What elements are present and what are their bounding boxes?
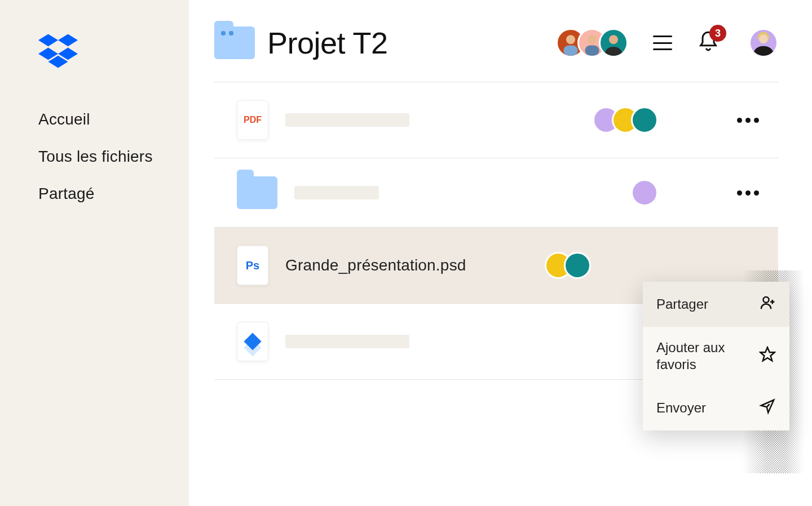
svg-point-10 — [759, 34, 768, 43]
paper-file-icon — [237, 322, 268, 361]
photoshop-file-icon: Ps — [237, 246, 268, 285]
svg-point-9 — [609, 35, 618, 44]
person-add-icon — [759, 294, 776, 314]
row-collaborators[interactable] — [593, 106, 658, 134]
svg-marker-1 — [58, 34, 78, 46]
sidebar: Accueil Tous les fichiers Partagé — [0, 0, 189, 506]
avatar[interactable] — [631, 106, 658, 134]
folder-icon — [237, 176, 277, 209]
menu-send[interactable]: Envoyer — [643, 385, 789, 430]
profile-avatar[interactable] — [749, 28, 778, 57]
collaborator-avatars[interactable] — [556, 28, 628, 57]
svg-marker-0 — [38, 34, 58, 46]
menu-label: Ajouter aux favoris — [656, 339, 750, 373]
star-icon — [759, 346, 776, 366]
svg-point-7 — [588, 35, 597, 44]
avatar[interactable] — [599, 28, 628, 57]
overflow-menu-button[interactable] — [731, 112, 765, 128]
filename-placeholder — [285, 113, 409, 127]
menu-share[interactable]: Partager — [643, 282, 789, 327]
page-header: Projet T2 3 — [214, 25, 778, 82]
svg-rect-6 — [563, 46, 577, 56]
shared-folder-icon — [214, 26, 255, 59]
file-row[interactable] — [214, 158, 778, 228]
svg-marker-12 — [761, 348, 775, 361]
dropbox-logo[interactable] — [38, 34, 158, 71]
menu-favorite[interactable]: Ajouter aux favoris — [643, 327, 789, 385]
paper-plane-icon — [759, 398, 776, 418]
nav-all-files[interactable]: Tous les fichiers — [38, 148, 158, 166]
filename-placeholder — [285, 335, 409, 348]
svg-point-11 — [764, 297, 769, 303]
avatar[interactable] — [631, 179, 658, 206]
pdf-file-icon: PDF — [237, 100, 268, 140]
nav-shared[interactable]: Partagé — [38, 185, 158, 203]
row-collaborators[interactable] — [545, 252, 591, 279]
overflow-menu-button[interactable] — [731, 185, 765, 201]
menu-label: Envoyer — [656, 400, 750, 416]
svg-point-5 — [566, 35, 575, 44]
list-view-toggle-icon[interactable] — [653, 33, 672, 52]
filename-placeholder — [294, 186, 379, 199]
row-collaborators[interactable] — [631, 179, 658, 206]
page-title: Projet T2 — [267, 25, 544, 60]
menu-label: Partager — [656, 296, 750, 313]
notifications-button[interactable]: 3 — [697, 30, 720, 55]
avatar[interactable] — [564, 252, 591, 279]
context-menu: Partager Ajouter aux favoris Envoyer — [643, 282, 789, 430]
notification-badge: 3 — [709, 25, 726, 42]
svg-rect-8 — [585, 46, 599, 56]
nav-home[interactable]: Accueil — [38, 110, 158, 128]
file-row[interactable]: PDF — [214, 82, 778, 158]
filename: Grande_présentation.psd — [285, 256, 466, 274]
